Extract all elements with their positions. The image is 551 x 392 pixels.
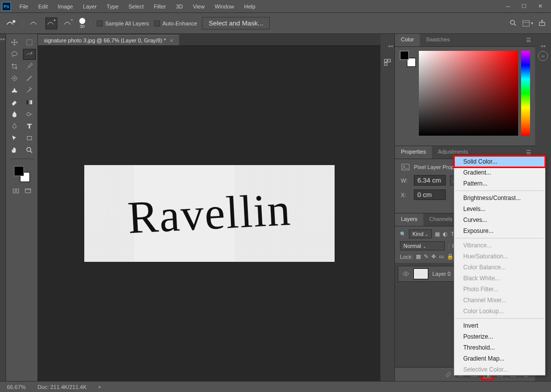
lock-all-icon[interactable]: 🔒: [447, 253, 454, 260]
menu-channel-mixer[interactable]: Channel Mixer...: [454, 295, 545, 306]
dodge-tool[interactable]: [23, 109, 36, 120]
lock-position-icon[interactable]: ✥: [431, 253, 436, 260]
doc-info[interactable]: Doc: 211.4K/211.4K: [37, 384, 86, 390]
hand-tool[interactable]: [8, 145, 21, 156]
color-panel-menu-icon[interactable]: ☰: [522, 34, 535, 46]
menu-posterize[interactable]: Posterize...: [454, 331, 545, 342]
move-tool[interactable]: [8, 37, 21, 48]
x-input[interactable]: [414, 190, 446, 200]
close-button[interactable]: ✕: [535, 2, 545, 10]
menu-photo-filter[interactable]: Photo Filter...: [454, 284, 545, 295]
menu-black-white[interactable]: Black White...: [454, 273, 545, 284]
subtract-selection-icon[interactable]: [62, 17, 74, 29]
history-brush-tool[interactable]: [23, 85, 36, 96]
menu-filter[interactable]: Filter: [149, 1, 170, 11]
link-layers-icon[interactable]: [444, 371, 452, 379]
lock-transparency-icon[interactable]: ▩: [416, 253, 421, 260]
status-arrow-icon[interactable]: ▸: [99, 384, 102, 390]
menu-3d[interactable]: 3D: [172, 1, 187, 11]
tool-preset-icon[interactable]: [5, 17, 17, 29]
menu-threshold[interactable]: Threshold...: [454, 342, 545, 353]
layer-thumbnail[interactable]: ~~~: [413, 268, 428, 279]
minimize-button[interactable]: ─: [503, 2, 513, 10]
document-tab[interactable]: signature photo 3.jpg @ 66.7% (Layer 0, …: [38, 35, 179, 45]
lock-artboard-icon[interactable]: ▭: [439, 253, 444, 260]
zoom-level[interactable]: 66.67%: [7, 384, 25, 390]
gradient-tool[interactable]: [23, 97, 36, 108]
canvas-wrapper[interactable]: Ravellin: [38, 46, 380, 381]
menu-levels[interactable]: Levels...: [454, 203, 545, 214]
eyedropper-tool[interactable]: [23, 61, 36, 72]
quick-mask-icon[interactable]: [11, 187, 20, 195]
filter-pixel-icon[interactable]: ▦: [435, 231, 440, 237]
menu-image[interactable]: Image: [53, 1, 78, 11]
screen-mode-icon[interactable]: [23, 187, 32, 195]
new-selection-icon[interactable]: [28, 17, 40, 29]
menu-view[interactable]: View: [188, 1, 209, 11]
blend-mode-select[interactable]: Normal ⌄: [400, 241, 445, 250]
tab-properties[interactable]: Properties: [395, 146, 432, 159]
collapse-right-icon[interactable]: ◂◂: [387, 41, 393, 51]
layer-name[interactable]: Layer 0: [432, 271, 451, 277]
visibility-icon[interactable]: [402, 270, 409, 277]
brush-size-control[interactable]: 30: [79, 18, 85, 29]
menu-layer[interactable]: Layer: [78, 1, 101, 11]
zoom-tool[interactable]: [23, 145, 36, 156]
tab-color[interactable]: Color: [395, 34, 420, 46]
menu-edit[interactable]: Edit: [34, 1, 52, 11]
tab-channels[interactable]: Channels: [423, 213, 458, 226]
share-icon[interactable]: [538, 19, 546, 28]
creative-cloud-icon[interactable]: ∞: [538, 51, 548, 61]
hue-slider[interactable]: [521, 51, 530, 136]
collapse-left-icon[interactable]: ▸▸: [0, 34, 6, 44]
menu-vibrance[interactable]: Vibrance...: [454, 240, 545, 251]
type-tool[interactable]: [23, 121, 36, 132]
add-selection-icon[interactable]: [45, 17, 57, 29]
menu-brightness-contrast[interactable]: Brightness/Contrast...: [454, 193, 545, 203]
menu-help[interactable]: Help: [240, 1, 260, 11]
tab-layers[interactable]: Layers: [395, 213, 423, 226]
menu-color-lookup[interactable]: Color Lookup...: [454, 306, 545, 317]
menu-gradient[interactable]: Gradient...: [454, 167, 545, 178]
sample-all-layers-checkbox[interactable]: Sample All Layers: [97, 20, 149, 26]
history-panel-icon[interactable]: [383, 58, 392, 66]
crop-tool[interactable]: [8, 61, 21, 72]
menu-invert[interactable]: Invert: [454, 320, 545, 331]
menu-select[interactable]: Select: [124, 1, 149, 11]
brush-tool[interactable]: [23, 73, 36, 84]
clone-stamp-tool[interactable]: [8, 85, 21, 96]
menu-gradient-map[interactable]: Gradient Map...: [454, 353, 545, 364]
search-icon[interactable]: [509, 19, 517, 28]
color-field[interactable]: [419, 51, 518, 136]
menu-color-balance[interactable]: Color Balance...: [454, 262, 545, 273]
workspace-switcher[interactable]: ▾: [522, 20, 533, 27]
tab-swatches[interactable]: Swatches: [420, 34, 456, 46]
collapse-far-right-icon[interactable]: ◂◂: [540, 41, 546, 51]
healing-brush-tool[interactable]: [8, 73, 21, 84]
filter-adjust-icon[interactable]: ◐: [443, 231, 448, 237]
blur-tool[interactable]: [8, 109, 21, 120]
quick-selection-tool[interactable]: [23, 49, 36, 60]
rectangle-tool[interactable]: [23, 133, 36, 144]
lasso-tool[interactable]: [8, 49, 21, 60]
foreground-background-colors[interactable]: [12, 165, 32, 183]
width-input[interactable]: [414, 175, 446, 186]
layer-filter-kind[interactable]: Kind ⌄: [409, 229, 432, 238]
maximize-button[interactable]: ☐: [519, 2, 529, 10]
menu-curves[interactable]: Curves...: [454, 214, 545, 225]
menu-solid-color[interactable]: Solid Color...: [454, 156, 545, 167]
canvas[interactable]: Ravellin: [84, 165, 335, 262]
menu-selective-color[interactable]: Selective Color...: [454, 364, 545, 375]
menu-pattern[interactable]: Pattern...: [454, 178, 545, 189]
lock-paint-icon[interactable]: ✎: [424, 253, 428, 260]
pen-tool[interactable]: [8, 121, 21, 132]
menu-exposure[interactable]: Exposure...: [454, 225, 545, 236]
marquee-tool[interactable]: [23, 37, 36, 48]
auto-enhance-checkbox[interactable]: Auto-Enhance: [154, 20, 197, 26]
menu-file[interactable]: File: [15, 1, 33, 11]
menu-type[interactable]: Type: [102, 1, 123, 11]
close-tab-icon[interactable]: ×: [170, 37, 173, 43]
select-and-mask-button[interactable]: Select and Mask...: [202, 17, 270, 29]
menu-window[interactable]: Window: [210, 1, 238, 11]
path-selection-tool[interactable]: [8, 133, 21, 144]
